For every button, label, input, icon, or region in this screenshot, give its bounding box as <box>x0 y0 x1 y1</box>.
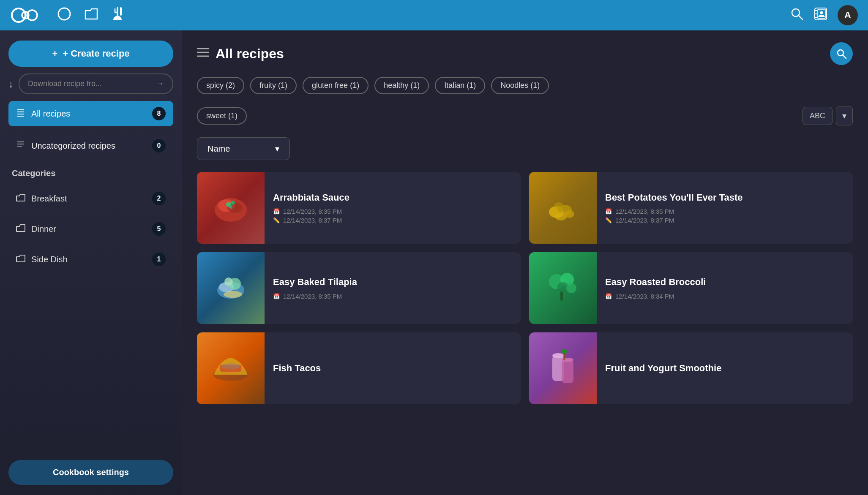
recipe-info-tilapia: Easy Baked Tilapia 📅 12/14/2023, 8:35 PM <box>265 252 521 324</box>
svg-rect-48 <box>560 291 563 301</box>
svg-point-32 <box>231 201 235 205</box>
recipe-info-smoothie: Fruit and Yogurt Smoothie <box>597 332 853 404</box>
sidebar: + + Create recipe ↓ Download recipe fro.… <box>0 30 182 495</box>
svg-point-3 <box>58 8 70 20</box>
recipe-info-arrabbiata: Arrabbiata Sauce 📅 12/14/2023, 8:35 PM ✏… <box>265 172 521 244</box>
topbar-right: A <box>790 5 858 25</box>
all-recipes-badge: 8 <box>152 107 166 120</box>
cookbook-settings-button[interactable]: Cookbook settings <box>8 460 173 485</box>
folder-dinner-icon <box>16 224 25 234</box>
svg-rect-4 <box>117 7 118 16</box>
download-input[interactable]: Download recipe fro... → <box>19 73 173 94</box>
svg-point-55 <box>552 353 564 358</box>
pencil-icon: ✏️ <box>273 217 280 223</box>
sort-direction-button[interactable]: ▾ <box>836 106 853 125</box>
all-recipes-nav-left: All recipes <box>16 108 70 120</box>
svg-point-15 <box>820 11 823 14</box>
tag-italian[interactable]: Italian (1) <box>435 77 485 94</box>
recipe-info-tacos: Fish Tacos <box>265 332 521 404</box>
recipe-card-potatoes[interactable]: Best Potatoes You'll Ever Taste 📅 12/14/… <box>529 172 853 244</box>
recipe-info-broccoli: Easy Roasted Broccoli 📅 12/14/2023, 8:34… <box>597 252 853 324</box>
all-recipes-nav[interactable]: All recipes 8 <box>8 101 173 126</box>
recipe-meta-tilapia: 📅 12/14/2023, 8:35 PM <box>273 293 512 300</box>
recipe-date-modified-arrabbiata: ✏️ 12/14/2023, 8:37 PM <box>273 217 512 224</box>
recipe-image-smoothie <box>529 332 597 404</box>
recipe-image-tilapia <box>197 252 265 324</box>
svg-rect-54 <box>562 360 573 383</box>
main-layout: + + Create recipe ↓ Download recipe fro.… <box>0 30 868 495</box>
tag-noodles[interactable]: Noodles (1) <box>491 77 549 94</box>
recipe-image-tacos <box>197 332 265 404</box>
contacts-icon[interactable] <box>814 7 827 24</box>
download-placeholder: Download recipe fro... <box>28 79 102 88</box>
tag-gluten-free[interactable]: gluten free (1) <box>303 77 368 94</box>
svg-point-0 <box>12 8 25 22</box>
download-arrow-icon: ↓ <box>8 78 14 90</box>
svg-point-33 <box>229 205 232 209</box>
create-recipe-button[interactable]: + + Create recipe <box>8 41 173 67</box>
category-side-dish[interactable]: Side Dish 1 <box>8 248 173 271</box>
recipe-name-broccoli: Easy Roasted Broccoli <box>605 276 844 288</box>
calendar-icon-4: 📅 <box>605 293 612 299</box>
recipe-date-created-tilapia: 📅 12/14/2023, 8:35 PM <box>273 293 512 300</box>
sort-chevron-icon: ▾ <box>275 144 279 154</box>
recipe-meta-potatoes: 📅 12/14/2023, 8:35 PM ✏️ 12/14/2023, 8:3… <box>605 208 844 224</box>
recipe-grid: Arrabbiata Sauce 📅 12/14/2023, 8:35 PM ✏… <box>197 172 853 404</box>
calendar-icon-3: 📅 <box>273 293 280 299</box>
category-dinner-label: Dinner <box>31 224 56 234</box>
download-row: ↓ Download recipe fro... → <box>8 73 173 94</box>
avatar[interactable]: A <box>838 5 858 25</box>
recipe-image-arrabbiata <box>197 172 265 244</box>
content-header: All recipes <box>197 42 853 65</box>
search-content-button[interactable] <box>830 42 853 65</box>
recipe-date-modified-potatoes: ✏️ 12/14/2023, 8:37 PM <box>605 217 844 224</box>
sidebar-toggle-button[interactable] <box>197 48 209 60</box>
breakfast-badge: 2 <box>152 192 166 205</box>
tags-row: spicy (2) fruity (1) gluten free (1) hea… <box>197 77 853 125</box>
category-side-dish-label: Side Dish <box>31 255 68 264</box>
recipe-name-smoothie: Fruit and Yogurt Smoothie <box>605 362 844 375</box>
nextcloud-logo[interactable] <box>10 7 41 24</box>
svg-point-56 <box>562 358 573 362</box>
category-breakfast[interactable]: Breakfast 2 <box>8 187 173 210</box>
sort-row: Name ▾ <box>197 137 853 160</box>
settings-label: Cookbook settings <box>53 468 129 477</box>
search-top-icon[interactable] <box>790 7 804 24</box>
topbar-left <box>10 6 126 24</box>
all-recipes-label: All recipes <box>31 109 70 119</box>
abc-sort-button[interactable]: ABC <box>802 107 833 125</box>
recipe-card-tacos[interactable]: Fish Tacos <box>197 332 521 404</box>
svg-point-52 <box>221 363 240 369</box>
pencil-icon-2: ✏️ <box>605 217 612 223</box>
recipe-card-tilapia[interactable]: Easy Baked Tilapia 📅 12/14/2023, 8:35 PM <box>197 252 521 324</box>
recipe-card-smoothie[interactable]: Fruit and Yogurt Smoothie <box>529 332 853 404</box>
tag-healthy[interactable]: healthy (1) <box>374 77 429 94</box>
sidedish-badge: 1 <box>152 253 166 266</box>
uncategorized-badge: 0 <box>152 139 166 152</box>
folder-nav-icon[interactable] <box>84 6 99 24</box>
svg-point-58 <box>561 349 568 354</box>
recipe-name-potatoes: Best Potatoes You'll Ever Taste <box>605 192 844 204</box>
list-icon <box>16 108 25 120</box>
circle-nav-icon[interactable] <box>57 6 72 24</box>
recipe-name-tilapia: Easy Baked Tilapia <box>273 276 512 288</box>
category-dinner[interactable]: Dinner 5 <box>8 217 173 241</box>
sort-name-button[interactable]: Name ▾ <box>197 137 290 160</box>
recipes-nav-icon[interactable] <box>111 6 126 24</box>
calendar-icon-2: 📅 <box>605 208 612 215</box>
topbar: A <box>0 0 868 30</box>
recipe-date-created-potatoes: 📅 12/14/2023, 8:35 PM <box>605 208 844 215</box>
recipe-card-broccoli[interactable]: Easy Roasted Broccoli 📅 12/14/2023, 8:34… <box>529 252 853 324</box>
folder-sidedish-icon <box>16 254 25 265</box>
sort-label: Name <box>207 144 230 154</box>
recipe-name-tacos: Fish Tacos <box>273 362 512 375</box>
svg-point-47 <box>566 283 576 293</box>
tag-sweet[interactable]: sweet (1) <box>197 107 247 125</box>
svg-point-37 <box>564 210 574 218</box>
tag-spicy[interactable]: spicy (2) <box>197 77 244 94</box>
recipe-image-broccoli <box>529 252 597 324</box>
recipe-card-arrabbiata[interactable]: Arrabbiata Sauce 📅 12/14/2023, 8:35 PM ✏… <box>197 172 521 244</box>
tag-fruity[interactable]: fruity (1) <box>250 77 297 94</box>
uncategorized-nav[interactable]: Uncategorized recipes 0 <box>8 133 173 158</box>
recipe-meta-broccoli: 📅 12/14/2023, 8:34 PM <box>605 293 844 300</box>
